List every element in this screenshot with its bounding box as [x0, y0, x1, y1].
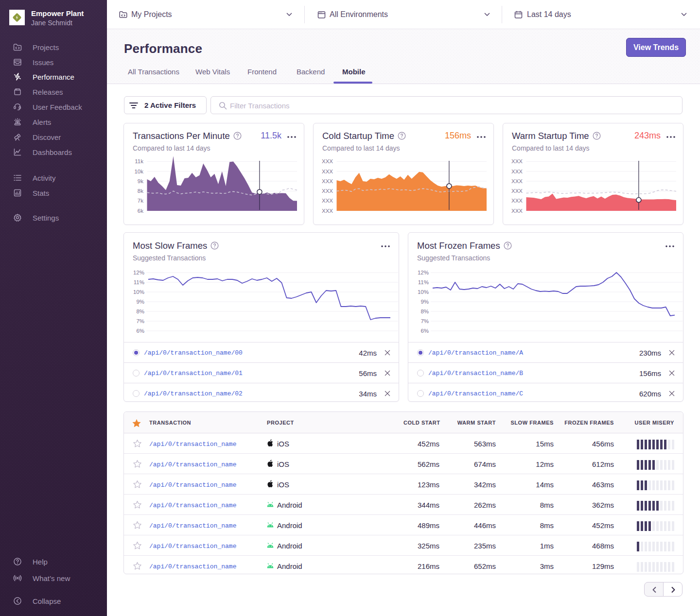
svg-text:XXX: XXX: [511, 158, 523, 164]
svg-text:9%: 9%: [136, 299, 144, 305]
svg-text:XXX: XXX: [322, 188, 333, 194]
svg-text:XXX: XXX: [322, 198, 333, 204]
svg-text:8%: 8%: [420, 308, 429, 314]
svg-text:7%: 7%: [420, 318, 429, 324]
svg-text:XXX: XXX: [322, 158, 333, 164]
svg-text:XXX: XXX: [322, 169, 333, 174]
svg-text:XXX: XXX: [322, 208, 333, 214]
svg-text:10%: 10%: [133, 289, 144, 295]
svg-text:6k: 6k: [138, 208, 143, 214]
svg-text:8%: 8%: [136, 308, 144, 314]
svg-text:7%: 7%: [136, 318, 144, 324]
svg-text:8k: 8k: [138, 188, 143, 194]
svg-text:9k: 9k: [138, 178, 143, 184]
svg-text:12%: 12%: [418, 270, 429, 275]
svg-text:10%: 10%: [418, 289, 429, 295]
svg-text:XXX: XXX: [511, 169, 523, 174]
svg-text:XXX: XXX: [511, 188, 523, 194]
svg-text:11k: 11k: [135, 158, 143, 164]
svg-text:9%: 9%: [420, 299, 429, 305]
svg-text:6%: 6%: [420, 328, 429, 334]
svg-text:XXX: XXX: [511, 198, 523, 204]
svg-text:12%: 12%: [133, 270, 144, 275]
svg-text:10k: 10k: [134, 169, 143, 174]
svg-text:XXX: XXX: [322, 178, 333, 184]
svg-text:XXX: XXX: [511, 208, 523, 214]
svg-text:XXX: XXX: [511, 178, 523, 184]
svg-text:11%: 11%: [134, 279, 144, 285]
svg-text:7k: 7k: [138, 198, 143, 204]
svg-text:6%: 6%: [136, 328, 144, 334]
svg-text:11%: 11%: [418, 279, 429, 285]
